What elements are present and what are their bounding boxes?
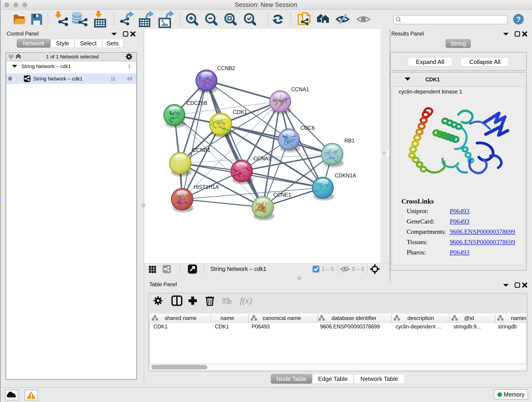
svg-text:String Network – cdk1: String Network – cdk1 [33,76,82,82]
svg-text:1: 1 [128,64,131,69]
svg-text:HIST1H1A: HIST1H1A [194,184,219,190]
svg-text:CCNE1: CCNE1 [273,192,291,198]
svg-text:String Network – cdk1: String Network – cdk1 [22,64,71,69]
svg-text:CDKN1A: CDKN1A [335,172,356,179]
svg-text:CDC6: CDC6 [300,125,315,131]
svg-text:CDC25B: CDC25B [186,100,207,106]
svg-text:RB1: RB1 [344,138,355,144]
svg-text:database identifier: database identifier [331,315,376,321]
svg-text:f(x): f(x) [240,296,252,306]
svg-text:namespace: namespace [511,315,526,321]
svg-text:1 of 1 Network selected: 1 of 1 Network selected [46,54,99,60]
svg-text:@id: @id [464,315,474,321]
svg-text:description: description [407,315,434,321]
svg-text:CCNA1: CCNA1 [291,86,309,92]
svg-text:?: ? [516,15,521,24]
svg-text:CDK1: CDK1 [425,77,440,83]
svg-text:name: name [220,315,234,321]
svg-text:48: 48 [127,76,133,82]
svg-text:canonical name: canonical name [263,315,301,321]
svg-text:CCNA2: CCNA2 [253,156,271,162]
svg-text:CCNB2: CCNB2 [217,65,235,71]
svg-text:CDK1: CDK1 [233,109,247,115]
svg-text:0 – 0: 0 – 0 [352,266,364,272]
svg-text:String Network – cdk1: String Network – cdk1 [210,266,266,272]
svg-text:CCNB1: CCNB1 [192,147,210,153]
svg-text:shared name: shared name [165,315,196,321]
svg-text:11: 11 [110,76,116,82]
svg-text:1 – 0: 1 – 0 [322,266,334,272]
